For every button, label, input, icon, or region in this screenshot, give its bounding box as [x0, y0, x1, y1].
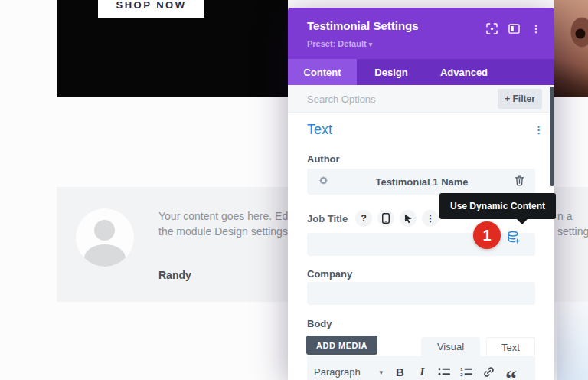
- preset-dropdown[interactable]: Preset: Default▾: [307, 39, 372, 48]
- hero-section: SHOP NOW: [57, 0, 288, 97]
- modal-scrollbar-thumb[interactable]: [550, 87, 554, 186]
- testimonial-content-line1-right: n a: [557, 210, 572, 222]
- job-title-field-label: Job Title: [307, 213, 348, 224]
- author-field-value: Testimonial 1 Name: [375, 176, 468, 188]
- tab-content[interactable]: Content: [288, 59, 357, 85]
- caret-down-icon: ▾: [379, 369, 383, 376]
- section-toggle-text[interactable]: Text: [307, 122, 332, 138]
- bullet-list-icon[interactable]: [433, 363, 456, 380]
- section-menu-icon[interactable]: ⋮: [534, 124, 544, 136]
- svg-text:2: 2: [460, 372, 463, 377]
- gear-icon[interactable]: [318, 175, 329, 189]
- avatar: [76, 208, 134, 267]
- company-input[interactable]: [307, 282, 535, 305]
- settings-tabbar: Content Design Advanced: [288, 59, 554, 85]
- testimonial-content-line1: Your content goes here. Edit o: [158, 210, 302, 222]
- modal-header[interactable]: Testimonial Settings Preset: Default▾: [288, 8, 554, 59]
- italic-button[interactable]: I: [411, 363, 433, 380]
- options-ellipsis-icon[interactable]: ⋮: [422, 210, 439, 227]
- modal-title: Testimonial Settings: [307, 19, 419, 32]
- modal-menu-icon[interactable]: ⋮: [530, 22, 542, 34]
- testimonial-settings-modal: Testimonial Settings Preset: Default▾: [288, 8, 554, 380]
- blockquote-icon[interactable]: “: [500, 363, 522, 380]
- testimonial-content-line2: the module Design settings ar: [158, 225, 300, 238]
- job-title-label-row: Job Title ? ⋮: [307, 210, 439, 227]
- filter-button[interactable]: + Filter: [498, 89, 542, 109]
- hover-cursor-icon[interactable]: [400, 210, 416, 227]
- search-options-bar: + Filter: [288, 85, 554, 113]
- search-options-input[interactable]: [307, 85, 452, 113]
- model-photo: [554, 0, 588, 97]
- tab-advanced[interactable]: Advanced: [426, 59, 502, 85]
- trash-icon[interactable]: [514, 175, 524, 189]
- editor-tab-text[interactable]: Text: [486, 337, 535, 356]
- shop-now-button[interactable]: SHOP NOW: [98, 0, 204, 18]
- modal-position-icon[interactable]: [508, 22, 520, 34]
- bold-button[interactable]: B: [389, 363, 411, 380]
- company-field-label: Company: [307, 268, 352, 280]
- tab-design[interactable]: Design: [357, 59, 426, 85]
- avatar-shoulders-shape: [84, 244, 126, 267]
- author-field-label: Author: [307, 153, 340, 165]
- avatar-head-shape: [94, 220, 115, 241]
- help-icon[interactable]: ?: [355, 210, 372, 227]
- step-annotation-badge: 1: [473, 221, 501, 249]
- dynamic-content-tooltip: Use Dynamic Content: [439, 193, 556, 219]
- job-title-input[interactable]: [307, 233, 535, 256]
- caret-down-icon: ▾: [369, 41, 373, 48]
- paragraph-style-dropdown[interactable]: Paragraph ▾: [314, 366, 389, 378]
- dynamic-content-icon[interactable]: [507, 231, 521, 244]
- page-background-tint: [557, 288, 588, 380]
- screen: SHOP NOW Your content goes here. Edit o …: [0, 0, 588, 380]
- testimonial-content-line2-right: settings: [557, 225, 588, 238]
- add-media-button[interactable]: ADD MEDIA: [306, 336, 377, 355]
- responsive-phone-icon[interactable]: [377, 210, 394, 227]
- testimonial-author-name: Randy: [158, 269, 191, 281]
- body-field-label: Body: [307, 318, 332, 329]
- editor-toolbar: Paragraph ▾ B I 1 2: [307, 356, 535, 380]
- shop-now-label: SHOP NOW: [116, 0, 187, 11]
- author-input[interactable]: Testimonial 1 Name: [307, 169, 535, 195]
- numbered-list-icon[interactable]: 1 2: [456, 363, 478, 380]
- svg-text:1: 1: [460, 367, 463, 372]
- editor-tab-visual[interactable]: Visual: [421, 337, 480, 356]
- link-icon[interactable]: [478, 363, 500, 380]
- expand-modal-icon[interactable]: [485, 22, 498, 34]
